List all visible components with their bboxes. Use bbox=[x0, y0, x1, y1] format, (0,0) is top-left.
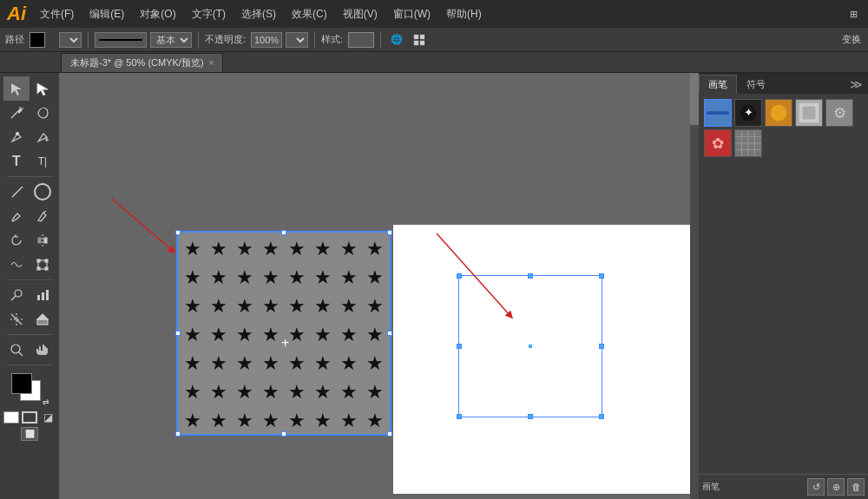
svg-rect-23 bbox=[37, 267, 40, 270]
line-tool[interactable] bbox=[4, 180, 30, 204]
panel-content: ✦ ⚙ ✿ bbox=[699, 94, 868, 167]
zoom-tool[interactable] bbox=[3, 338, 30, 362]
brush-swatch-blue[interactable] bbox=[704, 99, 732, 127]
foreground-color-swatch[interactable] bbox=[11, 373, 32, 394]
panel-new-btn[interactable]: ↺ bbox=[807, 478, 825, 496]
brush-swatch-mesh[interactable] bbox=[734, 129, 762, 157]
panel-tabs: 画笔 符号 ≫ bbox=[699, 73, 868, 94]
star-cell: ★ bbox=[232, 378, 258, 406]
star-cell: ★ bbox=[258, 378, 284, 406]
reflect-tool[interactable] bbox=[30, 228, 56, 253]
tool-row-4: T T| bbox=[0, 149, 59, 174]
tool-row-6 bbox=[0, 204, 59, 228]
eraser-tool[interactable] bbox=[30, 307, 56, 332]
fill-swatch[interactable] bbox=[30, 32, 45, 48]
warp-tool[interactable] bbox=[3, 253, 30, 277]
tool-row-9 bbox=[0, 283, 59, 307]
opacity-label: 不透明度: bbox=[205, 33, 246, 46]
brush-swatch-flower[interactable]: ✿ bbox=[704, 129, 732, 157]
ellipse-tool[interactable] bbox=[34, 183, 51, 200]
menu-object[interactable]: 对象(O) bbox=[135, 7, 181, 22]
swap-colors-btn[interactable]: ⇄ bbox=[43, 397, 49, 406]
scrollbar-thumb[interactable] bbox=[690, 73, 699, 125]
star-cell: ★ bbox=[310, 406, 336, 435]
lasso-tool[interactable] bbox=[30, 101, 56, 125]
opacity-input[interactable] bbox=[251, 32, 282, 48]
rotate-tool[interactable] bbox=[3, 228, 30, 253]
artboard bbox=[393, 225, 699, 494]
svg-rect-27 bbox=[37, 295, 40, 300]
right-panel: 画笔 符号 ≫ ✦ ⚙ bbox=[699, 73, 868, 499]
panel-delete-btn[interactable]: 🗑 bbox=[847, 478, 865, 496]
menu-view[interactable]: 视图(V) bbox=[338, 7, 383, 22]
magic-wand-tool[interactable] bbox=[3, 101, 30, 125]
stroke-style-select[interactable]: 基本 bbox=[150, 32, 192, 48]
slice-tool[interactable] bbox=[3, 307, 30, 332]
menu-window[interactable]: 窗口(W) bbox=[388, 7, 436, 22]
title-bar: Ai 文件(F) 编辑(E) 对象(O) 文字(T) 选择(S) 效果(C) 视… bbox=[0, 0, 868, 28]
window-mode-btn[interactable]: ⊞ bbox=[845, 6, 861, 22]
vertical-scrollbar[interactable] bbox=[690, 73, 699, 499]
menu-select[interactable]: 选择(S) bbox=[236, 7, 281, 22]
pencil-tool[interactable] bbox=[30, 204, 56, 228]
panel-options-btn[interactable]: ≫ bbox=[845, 75, 868, 94]
symbol-sprayer-tool[interactable] bbox=[3, 283, 30, 307]
menu-edit[interactable]: 编辑(E) bbox=[84, 7, 129, 22]
stroke-icon[interactable] bbox=[49, 39, 56, 41]
divider-4 bbox=[380, 31, 381, 49]
tab-close-btn[interactable]: × bbox=[209, 58, 214, 68]
svg-line-8 bbox=[11, 111, 18, 118]
menu-help[interactable]: 帮助(H) bbox=[441, 7, 487, 22]
fill-none-btn[interactable] bbox=[3, 411, 19, 423]
brush-swatch-gold[interactable] bbox=[765, 99, 792, 127]
star-cell: ★ bbox=[336, 378, 362, 406]
brush-swatch-cog[interactable]: ⚙ bbox=[825, 99, 853, 127]
canvas-area[interactable]: ★ ★ ★ ★ ★ ★ ★ ★ ★ ★ ★ ★ ★ ★ ★ ★ ★ ★ ★ bbox=[59, 73, 699, 499]
grid-icon[interactable] bbox=[410, 33, 429, 47]
hand-tool[interactable] bbox=[30, 338, 56, 362]
tool-row-10 bbox=[0, 307, 59, 332]
menu-effect[interactable]: 效果(C) bbox=[286, 7, 332, 22]
sep-2 bbox=[7, 279, 52, 280]
stroke-width-select[interactable] bbox=[59, 32, 82, 48]
column-graph-tool[interactable] bbox=[30, 283, 56, 307]
svg-line-30 bbox=[11, 314, 22, 325]
type-tool[interactable]: T bbox=[3, 149, 30, 174]
web-icon[interactable]: 🌐 bbox=[387, 33, 406, 46]
add-anchor-tool[interactable] bbox=[30, 125, 56, 149]
pen-tool[interactable] bbox=[3, 125, 30, 149]
sep-4 bbox=[7, 364, 52, 365]
star-cell: ★ bbox=[310, 292, 336, 320]
svg-rect-2 bbox=[414, 34, 418, 38]
opacity-select[interactable] bbox=[286, 32, 308, 48]
brush-swatch-ink[interactable]: ✦ bbox=[734, 99, 762, 127]
divider-3 bbox=[314, 31, 315, 49]
svg-marker-18 bbox=[38, 238, 41, 243]
stroke-box-btn[interactable] bbox=[22, 411, 37, 423]
view-row: ⬜ bbox=[21, 427, 38, 441]
tab-title: 未标题-3* @ 50% (CMYK/预览) bbox=[70, 56, 204, 69]
tool-row-2 bbox=[0, 101, 59, 125]
panel-duplicate-btn[interactable]: ⊕ bbox=[827, 478, 845, 496]
star-cell: ★ bbox=[310, 378, 336, 406]
brush-swatch-gray[interactable] bbox=[795, 99, 823, 127]
menu-text[interactable]: 文字(T) bbox=[187, 7, 231, 22]
menu-file[interactable]: 文件(F) bbox=[35, 7, 79, 22]
direct-select-tool[interactable] bbox=[30, 76, 56, 101]
document-tab[interactable]: 未标题-3* @ 50% (CMYK/预览) × bbox=[61, 53, 223, 72]
gradient-btn[interactable]: ◪ bbox=[40, 411, 56, 423]
area-type-tool[interactable]: T| bbox=[30, 149, 56, 174]
panel-tab-brush[interactable]: 画笔 bbox=[699, 75, 737, 94]
panel-tab-symbol[interactable]: 符号 bbox=[737, 75, 775, 94]
screen-mode-btn[interactable]: ⬜ bbox=[21, 427, 38, 441]
svg-marker-9 bbox=[18, 108, 22, 113]
select-tool[interactable] bbox=[3, 76, 30, 101]
style-swatch[interactable] bbox=[348, 32, 374, 48]
stroke-line-display bbox=[95, 32, 147, 48]
svg-text:✦: ✦ bbox=[744, 106, 753, 119]
svg-point-35 bbox=[11, 345, 20, 353]
star-cell: ★ bbox=[206, 263, 232, 292]
star-cell: ★ bbox=[284, 263, 310, 292]
free-transform-tool[interactable] bbox=[30, 253, 56, 277]
paintbrush-tool[interactable] bbox=[3, 204, 30, 228]
